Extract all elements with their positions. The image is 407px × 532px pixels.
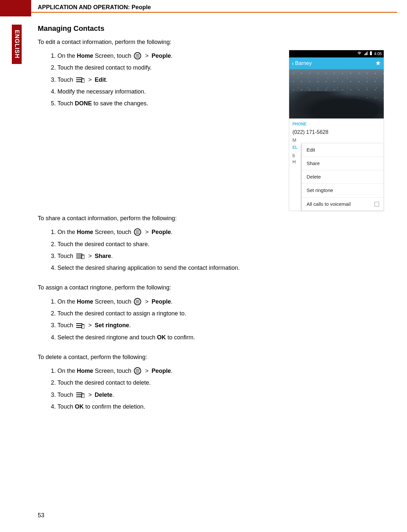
text-bold: Edit — [95, 76, 106, 83]
svg-point-16 — [137, 230, 138, 231]
list-item: Touch the desired contact to modify. — [57, 62, 282, 74]
svg-point-43 — [139, 369, 139, 370]
menu-item-set-ringtone[interactable]: Set ringtone — [302, 184, 384, 197]
text: > — [87, 76, 94, 83]
apps-icon — [134, 52, 141, 59]
share-intro: To share a contact information, perform … — [38, 214, 387, 222]
text: Screen, touch — [93, 229, 133, 235]
status-time: 4:05 — [374, 51, 382, 56]
text: > — [143, 53, 150, 59]
phone-screenshot: 4:05 ‹ Barney ★ PHONE (022) 171-5628 M E… — [289, 50, 384, 211]
edit-intro: To edit a contact information, perform t… — [38, 38, 387, 46]
text: Touch — [57, 76, 75, 83]
text: Touch — [57, 403, 75, 410]
svg-point-33 — [139, 301, 139, 302]
wifi-icon — [357, 51, 362, 56]
svg-point-8 — [139, 57, 139, 58]
list-item: Select the desired sharing application t… — [57, 262, 387, 274]
apps-icon — [134, 298, 141, 305]
svg-point-29 — [137, 300, 138, 301]
text: > — [87, 322, 94, 329]
svg-point-22 — [137, 233, 138, 234]
svg-point-41 — [136, 369, 137, 370]
svg-point-36 — [139, 303, 139, 304]
text: Select the desired ringtone and touch — [57, 334, 157, 341]
text: . — [113, 392, 114, 398]
text: to save the changes. — [92, 100, 148, 107]
edit-steps: On the Home Screen, touch > People. Touc… — [38, 50, 282, 109]
page-header: APPLICATION AND OPERATION: People — [38, 4, 407, 11]
svg-rect-12 — [82, 79, 84, 83]
ringtone-steps: On the Home Screen, touch > People. Touc… — [38, 296, 387, 343]
svg-point-2 — [139, 54, 139, 55]
share-steps: On the Home Screen, touch > People. Touc… — [38, 226, 387, 274]
svg-rect-40 — [82, 325, 84, 329]
status-bar: 4:05 — [289, 50, 384, 57]
text: On the — [57, 368, 77, 374]
overflow-menu-icon — [76, 77, 84, 83]
list-item: Modify the necessary information. — [57, 86, 282, 97]
svg-point-21 — [136, 233, 137, 234]
svg-point-23 — [139, 233, 139, 234]
app-bar[interactable]: ‹ Barney ★ — [289, 57, 384, 69]
text: Screen, touch — [93, 368, 133, 374]
text-fragment: H — [292, 159, 302, 165]
text: . — [171, 53, 173, 59]
text: to confirm. — [166, 334, 195, 341]
phone-number[interactable]: (022) 171-5628 — [289, 128, 384, 136]
svg-point-32 — [137, 301, 138, 302]
text: . — [171, 229, 173, 235]
svg-point-17 — [139, 230, 139, 231]
checkbox-icon[interactable] — [375, 202, 379, 206]
svg-point-48 — [137, 372, 138, 373]
menu-item-delete[interactable]: Delete — [302, 170, 384, 184]
text: to confirm the deletion. — [84, 403, 145, 410]
text: . — [171, 368, 173, 374]
text-bold: OK — [75, 403, 84, 410]
text-bold: Delete — [95, 392, 113, 398]
header-rule — [31, 12, 397, 13]
svg-rect-53 — [82, 394, 84, 398]
section-title: Managing Contacts — [38, 24, 387, 33]
text-bold: Home — [77, 229, 93, 235]
menu-item-voicemail[interactable]: All calls to voicemail — [302, 198, 384, 211]
list-item: Touch > Set ringtone. — [57, 319, 387, 331]
text: > — [143, 298, 150, 305]
text-bold: People — [152, 368, 171, 374]
svg-point-49 — [139, 372, 139, 373]
back-button[interactable]: ‹ Barney — [292, 59, 312, 67]
battery-icon — [370, 51, 372, 56]
delete-steps: On the Home Screen, touch > People. Touc… — [38, 365, 387, 413]
text: Screen, touch — [93, 298, 133, 305]
text: Screen, touch — [93, 53, 133, 59]
overflow-menu-icon — [76, 323, 84, 329]
svg-point-7 — [137, 57, 138, 58]
svg-point-46 — [139, 371, 139, 372]
phone-section-label: PHONE — [289, 118, 384, 128]
svg-point-42 — [137, 369, 138, 370]
text: On the — [57, 229, 77, 235]
text: On the — [57, 53, 77, 59]
list-item: Touch the desired contact to assign a ri… — [57, 308, 387, 319]
svg-point-1 — [137, 54, 138, 55]
text: Touch — [57, 100, 75, 107]
svg-point-3 — [136, 55, 137, 56]
text: On the — [57, 298, 77, 305]
text: Touch — [57, 392, 75, 398]
overflow-menu-icon — [76, 392, 84, 398]
corner-block — [0, 0, 31, 16]
text: Touch — [57, 253, 75, 259]
text: . — [106, 76, 108, 83]
svg-point-34 — [136, 303, 137, 304]
star-icon[interactable]: ★ — [375, 59, 381, 68]
svg-point-19 — [137, 232, 138, 233]
context-menu: Edit Share Delete Set ringtone All calls… — [302, 143, 384, 211]
text: Touch — [57, 322, 75, 329]
menu-item-label: All calls to voicemail — [307, 201, 351, 207]
svg-point-15 — [136, 230, 137, 231]
svg-point-47 — [136, 372, 137, 373]
menu-item-share[interactable]: Share — [302, 157, 384, 170]
list-item: On the Home Screen, touch > People. — [57, 50, 282, 62]
text: > — [143, 368, 150, 374]
menu-item-edit[interactable]: Edit — [302, 143, 384, 157]
